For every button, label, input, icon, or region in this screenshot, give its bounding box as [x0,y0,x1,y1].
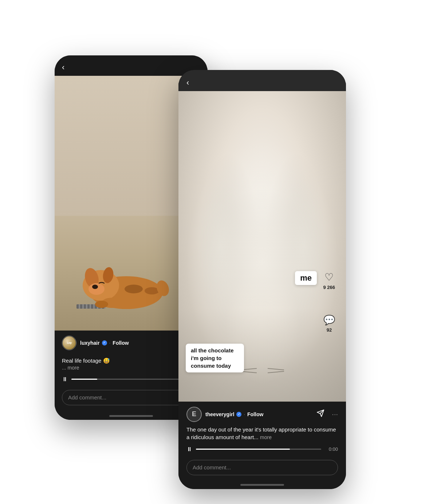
front-phone-header: ‹ [178,70,346,91]
comment-placeholder: Add comment... [68,394,106,401]
progress-fill [71,379,97,380]
me-sticker: me [295,271,317,285]
time-label: 0:00 [325,446,338,452]
svg-point-5 [92,285,98,289]
front-caption: The one day out of the year it's totally… [178,424,346,444]
svg-point-4 [88,283,105,295]
verified-icon [102,340,107,345]
home-bar [109,415,153,417]
puppy-illustration [79,245,174,312]
comment-count: 92 [327,327,332,333]
avatar: Luxy [62,336,76,350]
comment-reaction[interactable]: 💬 92 [323,314,335,333]
chocolate-sticker: all the chocolate i'm going to consume t… [186,344,244,372]
front-verified-icon [236,412,241,417]
caption-text: Real life footage 😅 [62,358,110,364]
front-progress-fill [196,449,290,450]
front-home-indicator [178,481,346,489]
front-progress-track[interactable] [196,449,321,450]
svg-point-6 [125,285,143,293]
front-comment-input[interactable]: Add comment... [186,460,338,475]
front-chevron-icon[interactable]: ‹ [186,78,189,87]
front-follow-button[interactable]: Follow [247,411,263,417]
front-more-link[interactable]: more [260,434,272,440]
heart-count: 9 266 [323,285,335,290]
front-phone: ‹ [178,70,346,489]
front-avatar: E [186,407,202,422]
pause-button[interactable]: ⏸ [62,376,68,383]
front-progress-bar: ⏸ 0:00 [178,444,346,456]
more-link[interactable]: ... more [62,365,79,371]
separator: · [109,340,111,345]
follow-button[interactable]: Follow [113,340,129,346]
back-phone-header: ‹ [55,55,208,76]
front-send-icon[interactable] [316,409,324,419]
avatar-logo: Luxy [63,336,76,349]
heart-reaction[interactable]: ♡ 9 266 [323,271,335,290]
svg-point-9 [95,301,108,308]
front-username-label: theeverygirl [205,411,234,417]
front-add-comment-bar: Add comment... [178,456,346,481]
front-pause-button[interactable]: ⏸ [186,446,192,453]
front-profile-bar: E theeverygirl · Follow ··· [178,402,346,424]
front-comment-placeholder: Add comment... [193,464,231,470]
username-label: luxyhair [80,340,100,346]
back-chevron-icon[interactable]: ‹ [62,63,64,72]
front-more-icon[interactable]: ··· [332,410,338,418]
front-home-bar [240,484,284,486]
front-video-area: me ♡ 9 266 💬 92 all the chocolate i'm go… [178,91,346,402]
front-separator: · [244,411,245,417]
